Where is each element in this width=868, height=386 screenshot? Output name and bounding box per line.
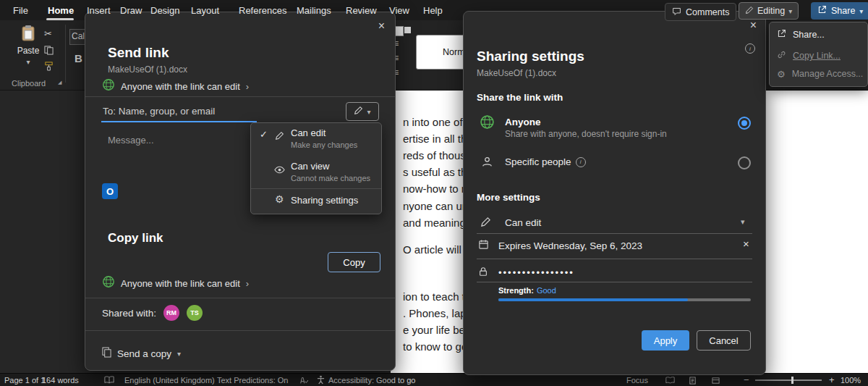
dialog-file-name: MakeUseOf (1).docx bbox=[477, 69, 556, 79]
document-text-line: ertise in all th bbox=[403, 133, 467, 145]
calendar-icon bbox=[478, 239, 489, 253]
tab-references[interactable]: References bbox=[239, 6, 286, 17]
editing-dropdown-button[interactable]: Editing ▾ bbox=[739, 2, 799, 20]
recipient-input[interactable] bbox=[101, 105, 260, 117]
menu-item-sharing-settings[interactable]: ⚙ Sharing settings bbox=[251, 190, 381, 211]
format-painter-icon[interactable] bbox=[44, 61, 54, 74]
editing-label: Editing bbox=[757, 6, 785, 16]
copy-icon[interactable] bbox=[44, 45, 54, 58]
dialog-title: Send link bbox=[108, 45, 169, 61]
menu-item-label: Can view bbox=[291, 161, 329, 172]
tab-review[interactable]: Review bbox=[346, 6, 377, 17]
permission-dropdown-button[interactable]: ▾ bbox=[346, 102, 379, 121]
radio-specific-people[interactable] bbox=[738, 156, 751, 169]
tab-file[interactable]: File bbox=[13, 6, 28, 17]
share-button[interactable]: Share ▾ bbox=[811, 2, 868, 20]
strength-label: Strength: bbox=[498, 286, 534, 295]
clear-expiration-icon[interactable]: × bbox=[743, 238, 749, 250]
proofing-book-icon[interactable] bbox=[104, 376, 114, 385]
zoom-slider-thumb[interactable] bbox=[791, 377, 793, 384]
share-link-with-label: Share the link with bbox=[477, 92, 563, 104]
share-menu-item-share[interactable]: Share... bbox=[777, 28, 825, 41]
print-layout-icon[interactable] bbox=[689, 377, 697, 386]
close-icon[interactable]: × bbox=[378, 20, 385, 33]
expiration-row[interactable]: Expires Wednesday, Sep 6, 2023 × bbox=[464, 236, 765, 256]
focus-button[interactable]: Focus bbox=[626, 376, 648, 385]
password-row[interactable]: •••••••••••••••• bbox=[464, 264, 765, 282]
zoom-in-button[interactable]: + bbox=[829, 375, 835, 386]
zoom-level[interactable]: 100% bbox=[841, 376, 861, 385]
zoom-slider-track[interactable] bbox=[755, 379, 822, 381]
recipient-input-underline bbox=[101, 121, 257, 122]
text-predictions-indicator[interactable]: Text Predictions: On bbox=[217, 376, 288, 385]
accessibility-icon[interactable] bbox=[317, 375, 325, 386]
cut-icon[interactable]: ✂ bbox=[44, 29, 52, 40]
clipboard-expander-icon[interactable]: ◢ bbox=[58, 80, 61, 85]
globe-icon bbox=[480, 114, 495, 133]
tab-design[interactable]: Design bbox=[150, 6, 179, 17]
document-text-line: O article will h bbox=[403, 243, 470, 256]
menu-item-label: Can edit bbox=[291, 128, 326, 139]
copy-button[interactable]: Copy bbox=[328, 252, 380, 272]
apply-button[interactable]: Apply bbox=[642, 330, 689, 351]
expiration-label: Expires Wednesday, Sep 6, 2023 bbox=[498, 240, 642, 252]
close-icon[interactable]: × bbox=[750, 19, 757, 32]
tab-insert[interactable]: Insert bbox=[87, 6, 111, 17]
read-mode-icon[interactable] bbox=[665, 377, 675, 385]
tab-home[interactable]: Home bbox=[48, 6, 74, 17]
ribbon-tab-bar: File Home Insert Draw Design Layout Refe… bbox=[0, 0, 868, 20]
menu-item-can-view[interactable]: Can view Cannot make changes bbox=[251, 156, 381, 187]
tab-layout[interactable]: Layout bbox=[191, 6, 219, 17]
divider bbox=[85, 96, 395, 97]
bold-button[interactable]: B bbox=[75, 52, 82, 64]
spellcheck-icon[interactable] bbox=[299, 376, 308, 386]
copy-link-title: Copy link bbox=[108, 231, 163, 246]
lock-icon bbox=[478, 267, 488, 280]
comments-button[interactable]: Comments bbox=[665, 3, 736, 21]
clipboard-group-label: Clipboard bbox=[12, 79, 46, 88]
option-specific-people[interactable]: Specific people i bbox=[464, 154, 765, 175]
web-layout-icon[interactable] bbox=[712, 377, 720, 386]
chevron-right-icon: › bbox=[246, 81, 249, 92]
chevron-down-icon: ▾ bbox=[741, 217, 745, 227]
active-tab-indicator bbox=[46, 18, 74, 20]
copy-page-icon bbox=[102, 347, 111, 361]
share-menu-item-copy-link: Copy Link... bbox=[777, 49, 841, 62]
option-anyone[interactable]: Anyone Share with anyone, doesn't requir… bbox=[464, 112, 765, 145]
info-icon[interactable]: i bbox=[576, 157, 586, 167]
page-indicator[interactable]: Page 1 of 1 bbox=[4, 376, 45, 385]
permission-menu: ✓ Can edit Make any changes Can view Can… bbox=[250, 122, 382, 214]
language-indicator[interactable]: English (United Kingdom) bbox=[124, 376, 215, 385]
zoom-out-button[interactable]: − bbox=[744, 375, 749, 386]
tab-draw[interactable]: Draw bbox=[120, 6, 142, 17]
option-label: Anyone bbox=[505, 117, 541, 128]
tab-mailings[interactable]: Mailings bbox=[297, 6, 331, 17]
ribbon-small-button[interactable] bbox=[404, 27, 411, 33]
link-permission-summary[interactable]: Anyone with the link can edit › bbox=[102, 78, 249, 94]
shared-avatar[interactable]: TS bbox=[187, 305, 203, 321]
menu-item-can-edit[interactable]: ✓ Can edit Make any changes bbox=[251, 123, 381, 155]
copy-link-permission-summary[interactable]: Anyone with the link can edit › bbox=[102, 275, 249, 291]
word-count[interactable]: 164 words bbox=[42, 376, 79, 385]
chevron-down-icon: ▾ bbox=[788, 7, 792, 15]
shared-avatar[interactable]: RM bbox=[163, 305, 179, 321]
accessibility-status[interactable]: Accessibility: Good to go bbox=[328, 376, 415, 385]
divider bbox=[251, 188, 381, 189]
info-icon[interactable]: i bbox=[745, 43, 755, 54]
document-text-line: n into one of bbox=[403, 116, 463, 128]
tab-view[interactable]: View bbox=[389, 6, 409, 17]
eye-icon bbox=[274, 164, 285, 178]
radio-anyone[interactable] bbox=[738, 117, 751, 130]
option-label-row: Specific people i bbox=[505, 156, 586, 167]
person-icon bbox=[481, 156, 493, 171]
paste-button[interactable]: Paste ▾ bbox=[10, 25, 46, 80]
cancel-button[interactable]: Cancel bbox=[697, 330, 751, 351]
password-masked-value[interactable]: •••••••••••••••• bbox=[498, 268, 574, 279]
tab-help[interactable]: Help bbox=[423, 6, 443, 17]
link-permission-label: Anyone with the link can edit bbox=[121, 81, 240, 92]
permission-dropdown-row[interactable]: Can edit ▾ bbox=[464, 213, 765, 233]
send-a-copy-button[interactable]: Send a copy ▾ bbox=[102, 347, 181, 361]
divider bbox=[85, 330, 395, 331]
share-icon bbox=[777, 28, 786, 41]
outlook-icon[interactable]: O bbox=[102, 183, 118, 199]
